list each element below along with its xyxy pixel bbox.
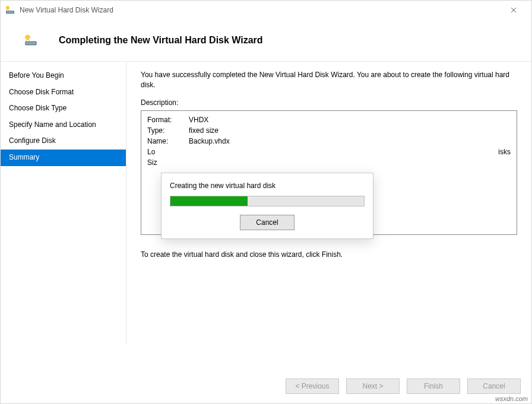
wizard-buttons: < Previous Next > Finish Cancel (286, 378, 521, 394)
format-value: VHDX (189, 116, 208, 124)
row-location: Lo isks (147, 148, 511, 156)
progress-cancel-button[interactable]: Cancel (240, 215, 294, 230)
finish-hint: To create the virtual hard disk and clos… (141, 250, 517, 259)
row-name: Name: Backup.vhdx (147, 137, 511, 145)
finish-button[interactable]: Finish (407, 378, 460, 394)
window-title: New Virtual Hard Disk Wizard (20, 6, 501, 14)
watermark: wsxdn.com (495, 395, 528, 402)
titlebar: New Virtual Hard Disk Wizard (1, 1, 531, 20)
steps-sidebar: Before You Begin Choose Disk Format Choo… (1, 62, 126, 343)
description-label: Description: (141, 98, 517, 107)
row-format: Format: VHDX (147, 116, 511, 124)
step-summary[interactable]: Summary (1, 149, 126, 166)
format-label: Format: (147, 116, 189, 124)
row-size: Siz (147, 158, 511, 167)
cancel-button[interactable]: Cancel (467, 378, 521, 394)
wizard-header: Completing the New Virtual Hard Disk Wiz… (1, 20, 531, 61)
summary-intro: You have successfully completed the New … (141, 70, 517, 90)
progress-dialog: Creating the new virtual hard disk Cance… (161, 173, 373, 239)
previous-button[interactable]: < Previous (286, 378, 339, 394)
progress-bar (170, 196, 365, 206)
name-value: Backup.vhdx (189, 137, 230, 145)
step-choose-disk-type[interactable]: Choose Disk Type (1, 100, 126, 117)
location-label-partial: Lo (147, 148, 159, 156)
page-title: Completing the New Virtual Hard Disk Wiz… (59, 35, 263, 46)
svg-rect-1 (7, 11, 14, 13)
row-type: Type: fixed size (147, 126, 511, 135)
progress-bar-fill (170, 196, 248, 206)
name-label: Name: (147, 137, 189, 145)
step-configure-disk[interactable]: Configure Disk (1, 133, 126, 149)
wizard-window: New Virtual Hard Disk Wizard Completing … (0, 0, 532, 404)
type-label: Type: (147, 126, 189, 135)
location-value-partial: isks (498, 148, 511, 156)
close-button[interactable] (501, 1, 527, 19)
size-label-partial: Siz (147, 158, 159, 167)
disk-wizard-icon-large (24, 34, 37, 47)
step-before-you-begin[interactable]: Before You Begin (1, 68, 126, 84)
type-value: fixed size (189, 126, 218, 135)
disk-wizard-icon (5, 5, 15, 15)
progress-title: Creating the new virtual hard disk (170, 182, 365, 190)
step-specify-name-location[interactable]: Specify Name and Location (1, 117, 126, 133)
step-choose-disk-format[interactable]: Choose Disk Format (1, 84, 126, 101)
svg-rect-4 (26, 42, 36, 44)
next-button[interactable]: Next > (346, 378, 400, 394)
